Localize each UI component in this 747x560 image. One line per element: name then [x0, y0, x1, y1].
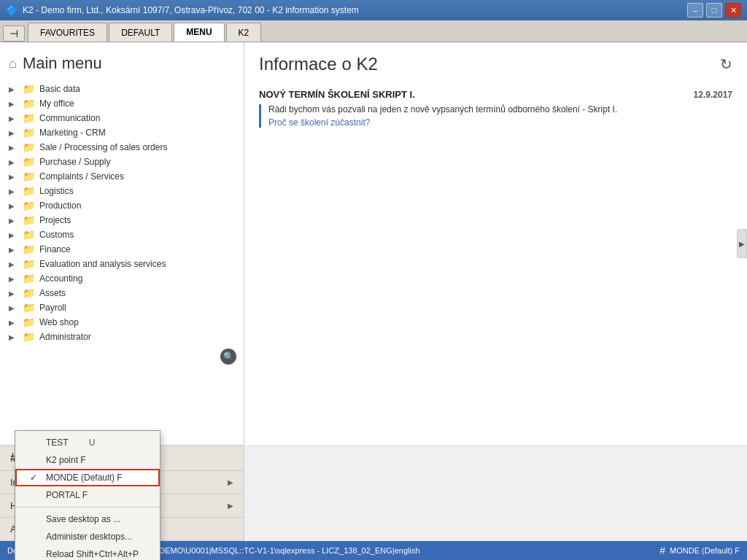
dropdown-label: Save desktop as ... [46, 514, 120, 524]
sidebar-item-projects[interactable]: ▶ 📁 Projects [0, 213, 244, 228]
tab-menu[interactable]: MENU [174, 23, 224, 42]
news-date: 12.9.2017 [694, 90, 732, 100]
news-blue-bar [259, 104, 261, 128]
sidebar-item-basic-data[interactable]: ▶ 📁 Basic data [0, 82, 244, 96]
folder-icon: 📁 [22, 288, 35, 298]
bottom-bar-right: # MONDE (Default) F [659, 545, 740, 556]
sidebar-item-logistics[interactable]: ▶ 📁 Logistics [0, 184, 244, 198]
sidebar-item-evaluation[interactable]: ▶ 📁 Evaluation and analysis services [0, 257, 244, 271]
sidebar-item-production[interactable]: ▶ 📁 Production [0, 198, 244, 213]
expand-arrow: ▶ [9, 217, 18, 225]
folder-icon: 📁 [22, 332, 35, 342]
news-body: Rádi bychom vás pozvali na jeden z nově … [259, 104, 732, 128]
tab-default[interactable]: DEFAULT [109, 23, 172, 42]
expand-arrow: ▶ [9, 275, 18, 283]
folder-icon: 📁 [22, 259, 35, 269]
dropdown-label: MONDE (Default) F [46, 472, 123, 483]
folder-icon: 📁 [22, 128, 35, 138]
expand-arrow: ▶ [9, 187, 18, 195]
expand-arrow: ▶ [9, 289, 18, 298]
sidebar-item-complaints-services[interactable]: ▶ 📁 Complaints / Services [0, 169, 244, 184]
folder-icon: 📁 [22, 171, 35, 182]
search-button[interactable]: 🔍 [220, 349, 236, 365]
expand-arrow: ▶ [9, 202, 18, 210]
right-panel: Informace o K2 ↻ NOVÝ TERMÍN ŠKOLENÍ SKR… [244, 42, 747, 445]
expand-arrow: ▶ [9, 100, 18, 108]
sidebar-item-accounting[interactable]: ▶ 📁 Accounting [0, 271, 244, 286]
tab-favourites[interactable]: FAVOURITES [28, 23, 107, 42]
dropdown-item-monde-default[interactable]: ✓ MONDE (Default) F [15, 469, 160, 486]
dropdown-item-save-desktop[interactable]: Save desktop as ... [15, 510, 160, 528]
sidebar-item-marketing-crm[interactable]: ▶ 📁 Marketing - CRM [0, 125, 244, 140]
expand-arrow: ▶ [9, 85, 18, 93]
folder-icon: 📁 [22, 244, 35, 254]
panel-header: Informace o K2 ↻ [259, 54, 732, 74]
checkmark: ✓ [30, 472, 40, 483]
home-icon: ⌂ [9, 56, 17, 71]
tab-k2[interactable]: K2 [226, 23, 262, 42]
expand-arrow: ▶ [9, 231, 18, 239]
sidebar-item-sale-processing[interactable]: ▶ 📁 Sale / Processing of sales orders [0, 140, 244, 155]
expand-arrow: ▶ [9, 246, 18, 254]
panel-collapse-button[interactable]: ▶ [737, 229, 747, 258]
panel-title: Informace o K2 [259, 54, 378, 74]
folder-icon: 📁 [22, 98, 35, 109]
sidebar-title: Main menu [23, 54, 102, 73]
folder-icon: 📁 [22, 230, 35, 240]
folder-icon: 📁 [22, 317, 35, 327]
dropdown-shortcut: U [89, 438, 96, 448]
expand-arrow: ▶ [9, 333, 18, 341]
bottom-bar-right-text: MONDE (Default) F [670, 546, 740, 555]
folder-icon: 📁 [22, 142, 35, 152]
interface-arrow: ▶ [228, 478, 233, 486]
sidebar-item-payroll[interactable]: ▶ 📁 Payroll [0, 300, 244, 315]
dropdown-label: TEST [46, 438, 69, 448]
window-title: K2 - Demo firm, Ltd., Koksární 1097/7, O… [23, 5, 359, 15]
expand-arrow: ▶ [9, 319, 18, 327]
dropdown-label: Administer desktops... [46, 532, 132, 542]
dropdown-item-reload[interactable]: Reload Shift+Ctrl+Alt+P [15, 545, 160, 560]
app-icon: 🔷 [6, 4, 18, 16]
news-item: NOVÝ TERMÍN ŠKOLENÍ SKRIPT I. 12.9.2017 … [259, 89, 732, 128]
close-button[interactable]: ✕ [725, 3, 741, 18]
minimize-button[interactable]: – [687, 3, 703, 18]
folder-icon: 📁 [22, 273, 35, 284]
sidebar-item-administrator[interactable]: ▶ 📁 Administrator [0, 330, 244, 344]
news-description: Rádi bychom vás pozvali na jeden z nově … [268, 104, 732, 114]
dropdown-item-k2-point-f[interactable]: K2 point F [15, 451, 160, 469]
main-container: ⌂ Main menu ▶ 📁 Basic data ▶ 📁 My office… [0, 42, 747, 445]
sidebar-item-finance[interactable]: ▶ 📁 Finance [0, 242, 244, 257]
dropdown-item-portal-f[interactable]: PORTAL F [15, 486, 160, 504]
news-link[interactable]: Proč se školení zúčastnit? [268, 117, 732, 128]
refresh-button[interactable]: ↻ [720, 55, 732, 73]
sidebar-item-web-shop[interactable]: ▶ 📁 Web shop [0, 315, 244, 330]
sidebar-item-communication[interactable]: ▶ 📁 Communication [0, 111, 244, 125]
news-title-row: NOVÝ TERMÍN ŠKOLENÍ SKRIPT I. 12.9.2017 [259, 89, 732, 100]
folder-icon: 📁 [22, 186, 35, 196]
sidebar-item-customs[interactable]: ▶ 📁 Customs [0, 228, 244, 242]
expand-arrow: ▶ [9, 173, 18, 181]
dropdown-label: PORTAL F [46, 490, 88, 500]
dropdown-item-administer-desktops[interactable]: Administer desktops... [15, 528, 160, 545]
bottom-hash-icon: # [659, 545, 665, 556]
expand-arrow: ▶ [9, 129, 18, 137]
folder-icon: 📁 [22, 215, 35, 225]
sidebar-item-assets[interactable]: ▶ 📁 Assets [0, 286, 244, 300]
expand-arrow: ▶ [9, 260, 18, 268]
sidebar-item-my-office[interactable]: ▶ 📁 My office [0, 96, 244, 111]
expand-arrow: ▶ [9, 114, 18, 122]
maximize-button[interactable]: □ [706, 3, 722, 18]
tab-nav-back-button[interactable]: ⊣ [3, 26, 25, 42]
dropdown-menu: TEST U K2 point F ✓ MONDE (Default) F PO… [15, 430, 160, 560]
help-arrow: ▶ [228, 502, 233, 510]
title-bar-left: 🔷 K2 - Demo firm, Ltd., Koksární 1097/7,… [6, 4, 359, 16]
dropdown-label: Reload Shift+Ctrl+Alt+P [46, 549, 139, 559]
sidebar-item-purchase-supply[interactable]: ▶ 📁 Purchase / Supply [0, 155, 244, 169]
news-text-block: Rádi bychom vás pozvali na jeden z nově … [268, 104, 732, 128]
sidebar-search: 🔍 [0, 344, 244, 369]
expand-arrow: ▶ [9, 304, 18, 312]
tab-bar: ⊣ FAVOURITES DEFAULT MENU K2 [0, 20, 747, 42]
dropdown-item-test-u[interactable]: TEST U [15, 434, 160, 451]
title-bar-controls: – □ ✕ [687, 3, 741, 18]
expand-arrow: ▶ [9, 158, 18, 166]
